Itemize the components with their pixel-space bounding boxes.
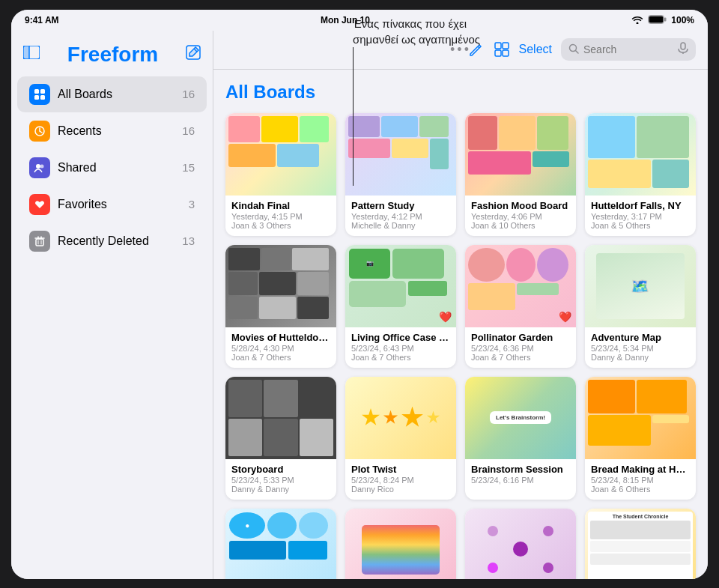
svg-rect-11 xyxy=(40,95,45,100)
board-people: Joan & 10 Others xyxy=(471,221,570,230)
board-card-movies-hutteldorf[interactable]: Movies of Hutteldorf Fa...5/28/24, 4:30 … xyxy=(225,245,336,368)
board-info-pollinator-garden: Pollinator Garden5/23/24, 6:36 PMJoan & … xyxy=(465,327,576,368)
board-people: Danny & Danny xyxy=(591,353,690,362)
board-date: Yesterday, 4:15 PM xyxy=(231,212,330,221)
board-info-pattern-study: Pattern StudyYesterday, 4:12 PMMichelle … xyxy=(345,196,456,236)
all-boards-icon xyxy=(29,84,50,105)
board-date: 5/23/24, 5:34 PM xyxy=(591,344,690,353)
boards-grid: Kindah FinalYesterday, 4:15 PMJoan & 3 O… xyxy=(225,113,696,579)
board-thumb-row4b xyxy=(345,509,456,579)
board-card-kindah-final[interactable]: Kindah FinalYesterday, 4:15 PMJoan & 3 O… xyxy=(225,113,336,236)
sidebar-item-recently-deleted[interactable]: Recently Deleted 13 xyxy=(17,223,207,259)
board-thumb-plot-twist xyxy=(345,377,456,459)
board-card-row4c[interactable]: Mind Map5/23/24, 5:30 PMJoan & 3 Others xyxy=(465,509,576,579)
board-thumb-row4d: The Student Chronicle xyxy=(585,509,696,579)
board-thumb-brainstorm-session: Let's Brainstorm! xyxy=(465,377,576,459)
content-title: All Boards xyxy=(225,82,696,103)
drag-handle: ••• xyxy=(450,42,471,58)
board-card-pattern-study[interactable]: Pattern StudyYesterday, 4:12 PMMichelle … xyxy=(345,113,456,236)
board-card-brainstorm-session[interactable]: Let's Brainstorm! Brainstorm Session5/23… xyxy=(465,377,576,500)
board-date: 5/23/24, 6:16 PM xyxy=(471,476,570,485)
recently-deleted-icon xyxy=(29,231,50,252)
recents-label: Recents xyxy=(58,124,182,138)
board-card-storyboard[interactable]: Storyboard5/23/24, 5:33 PMDanny & Danny xyxy=(225,377,336,500)
app-title: Freeform xyxy=(67,43,158,67)
recently-deleted-count: 13 xyxy=(182,234,195,247)
content-area: All Boards Kindah FinalYesterday, 4:15 P… xyxy=(213,70,708,579)
svg-rect-24 xyxy=(503,50,509,56)
sidebar-toggle-button[interactable] xyxy=(23,46,40,63)
shared-icon xyxy=(29,157,50,178)
favorites-count: 3 xyxy=(189,198,195,210)
board-people: Joan & 7 Others xyxy=(351,353,450,362)
select-button[interactable]: Select xyxy=(519,43,552,56)
board-card-row4a[interactable]: ● Trust5/23/24, 6:00 PMJoan & 2 Others xyxy=(225,509,336,579)
toolbar: ••• Select xyxy=(213,31,708,70)
board-thumb-movies-hutteldorf xyxy=(225,245,336,327)
board-info-living-office: Living Office Case Study5/23/24, 6:43 PM… xyxy=(345,327,456,368)
board-name: Kindah Final xyxy=(231,200,330,211)
sidebar-item-favorites[interactable]: Favorites 3 xyxy=(17,187,207,222)
svg-rect-10 xyxy=(34,95,39,100)
board-name: Hutteldorf Falls, NY xyxy=(591,200,690,211)
status-date: Mon Jun 10 xyxy=(321,15,370,25)
svg-rect-21 xyxy=(495,43,501,49)
status-time: 9:41 AM xyxy=(25,15,59,25)
recents-count: 16 xyxy=(182,124,195,137)
board-date: Yesterday, 4:12 PM xyxy=(351,212,450,221)
board-people: Joan & 5 Others xyxy=(591,221,690,230)
board-card-row4d[interactable]: The Student Chronicle The Student Chroni… xyxy=(585,509,696,579)
sidebar-item-all-boards[interactable]: All Boards 16 xyxy=(17,76,207,112)
sidebar-item-shared[interactable]: Shared 15 xyxy=(17,150,207,186)
svg-line-26 xyxy=(576,50,579,53)
board-info-plot-twist: Plot Twist5/23/24, 8:24 PMDanny Rico xyxy=(345,459,456,500)
board-card-adventure-map[interactable]: 🗺️ Adventure Map5/23/24, 5:34 PMDanny & … xyxy=(585,245,696,368)
board-name: Storyboard xyxy=(231,464,330,475)
board-card-row4b[interactable]: Rainbow5/23/24, 5:45 PMDanny & Danny xyxy=(345,509,456,579)
board-name: Fashion Mood Board xyxy=(471,200,570,211)
recently-deleted-label: Recently Deleted xyxy=(58,234,182,248)
battery-icon xyxy=(648,15,667,25)
board-date: 5/23/24, 8:24 PM xyxy=(351,476,450,485)
mic-button[interactable] xyxy=(678,42,688,57)
board-name: Pollinator Garden xyxy=(471,332,570,343)
board-name: Plot Twist xyxy=(351,464,450,475)
board-info-brainstorm-session: Brainstorm Session5/23/24, 6:16 PM xyxy=(465,459,576,491)
board-card-pollinator-garden[interactable]: ❤️Pollinator Garden5/23/24, 6:36 PMJoan … xyxy=(465,245,576,368)
svg-point-14 xyxy=(40,164,44,168)
search-bar[interactable] xyxy=(561,38,696,61)
right-panel: ••• Select xyxy=(213,31,708,579)
board-card-plot-twist[interactable]: Plot Twist5/23/24, 8:24 PMDanny Rico xyxy=(345,377,456,500)
board-info-fashion-mood-board: Fashion Mood BoardYesterday, 4:06 PMJoan… xyxy=(465,196,576,236)
search-input[interactable] xyxy=(583,43,673,55)
board-people: Joan & 6 Others xyxy=(591,485,690,494)
board-thumb-pollinator-garden: ❤️ xyxy=(465,245,576,327)
new-board-sidebar-button[interactable] xyxy=(186,45,201,64)
board-people: Michelle & Danny xyxy=(351,221,450,230)
board-name: Bread Making at Home xyxy=(591,464,690,475)
board-info-hutteldorf-falls: Hutteldorf Falls, NYYesterday, 3:17 PMJo… xyxy=(585,196,696,236)
board-card-living-office[interactable]: 📷 ❤️Living Office Case Study5/23/24, 6:4… xyxy=(345,245,456,368)
recents-icon xyxy=(29,121,50,142)
board-card-bread-making[interactable]: Bread Making at Home5/23/24, 8:15 PMJoan… xyxy=(585,377,696,500)
board-people: Joan & 3 Others xyxy=(231,221,330,230)
sidebar: Freeform xyxy=(11,31,213,579)
board-card-hutteldorf-falls[interactable]: Hutteldorf Falls, NYYesterday, 3:17 PMJo… xyxy=(585,113,696,236)
board-thumb-row4c xyxy=(465,509,576,579)
svg-rect-8 xyxy=(34,89,39,94)
wifi-icon xyxy=(631,15,643,25)
board-card-fashion-mood-board[interactable]: Fashion Mood BoardYesterday, 4:06 PMJoan… xyxy=(465,113,576,236)
board-date: 5/23/24, 8:15 PM xyxy=(591,476,690,485)
svg-rect-27 xyxy=(681,43,685,49)
all-boards-count: 16 xyxy=(182,88,195,100)
board-info-storyboard: Storyboard5/23/24, 5:33 PMDanny & Danny xyxy=(225,459,336,500)
sidebar-nav: All Boards 16 Recents 16 xyxy=(11,73,213,263)
sidebar-item-recents[interactable]: Recents 16 xyxy=(17,113,207,149)
board-thumb-hutteldorf-falls xyxy=(585,113,696,196)
board-thumb-storyboard xyxy=(225,377,336,459)
board-date: 5/23/24, 6:36 PM xyxy=(471,344,570,353)
board-name: Adventure Map xyxy=(591,332,690,343)
grid-view-button[interactable] xyxy=(494,41,510,58)
board-people: Joan & 7 Others xyxy=(471,353,570,362)
board-people: Joan & 7 Others xyxy=(231,353,330,362)
